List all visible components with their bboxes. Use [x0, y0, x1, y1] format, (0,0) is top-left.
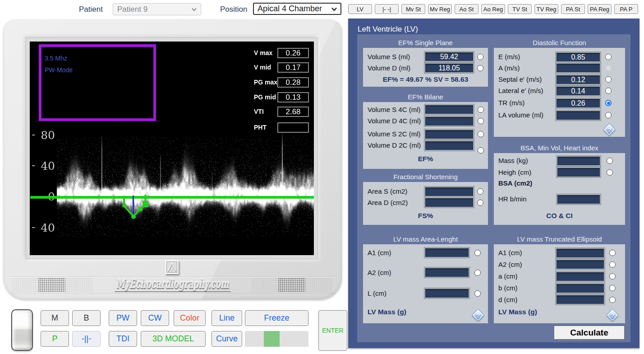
valve-button-mv-reg[interactable]: Mv Reg	[428, 4, 452, 14]
patient-select[interactable]: Patient 9	[113, 3, 201, 15]
control-button-p[interactable]: P	[41, 331, 69, 347]
valve-button-ao-st[interactable]: Ao St	[455, 4, 478, 14]
section-header-trunc: LV mass Truncated Ellipsoid	[494, 235, 625, 243]
valve-button-calipers[interactable]: |- -|	[375, 4, 399, 14]
valve-button-pa-p[interactable]: PA P	[614, 4, 638, 14]
radio-a2-cm-[interactable]	[609, 261, 616, 268]
value-input-d-cm-[interactable]	[556, 294, 605, 305]
trace-point	[123, 204, 126, 207]
ultrasound-monitor: 3.5 Mhz PW-Mode V max0.26V mid0.17PG max…	[4, 19, 342, 299]
value-input-volume-d-4c-ml-[interactable]	[424, 116, 474, 126]
help-icon[interactable]: ?	[606, 309, 619, 321]
left-ventricle-panel: Left Ventricle (LV) Calculate EF% Single…	[348, 19, 639, 348]
vti-trace-outline	[124, 195, 146, 216]
value-input-volume-s-ml-[interactable]: 59.42	[424, 51, 474, 62]
control-button-curve[interactable]: Curve	[212, 331, 242, 347]
radio-area-s-cm2-[interactable]	[477, 188, 483, 195]
value-input-lateral-e-m-s-[interactable]: 0.14	[556, 86, 601, 96]
field-label: TR (m/s)	[498, 99, 524, 107]
control-button-tdi[interactable]: TDI	[109, 331, 137, 347]
value-input-l-cm-[interactable]	[424, 288, 469, 298]
value-input-volume-d-ml-[interactable]: 118.05	[424, 63, 474, 73]
gel-bottle[interactable]	[11, 309, 33, 351]
help-icon[interactable]: ?	[603, 123, 616, 136]
help-icon[interactable]: ?	[472, 309, 484, 321]
control-button-freeze[interactable]: Freeze	[245, 310, 308, 326]
field-label: Septal e' (m/s)	[498, 75, 542, 83]
trace-point	[143, 201, 148, 207]
radio-volume-s-2c-ml-[interactable]	[478, 131, 484, 137]
radio-a1-cm-[interactable]	[474, 250, 481, 256]
field-label: Mass (kg)	[498, 157, 528, 164]
calculate-button[interactable]: Calculate	[554, 326, 625, 340]
control-button-color[interactable]: Color	[174, 310, 206, 326]
value-input-tr-m-s-[interactable]: 0.26	[556, 98, 601, 108]
control-button-line[interactable]: Line	[212, 310, 242, 326]
radio-a-m-s-[interactable]	[605, 65, 612, 71]
valve-button-lv[interactable]: LV	[348, 4, 372, 14]
valve-button-tv-reg[interactable]: TV Reg	[534, 4, 558, 14]
radio-mass-kg-[interactable]	[607, 158, 613, 164]
radio-l-cm-[interactable]	[474, 290, 481, 297]
radio-e-m-s-[interactable]	[605, 54, 612, 60]
value-input-volume-s-2c-ml-[interactable]	[424, 129, 474, 140]
valve-button-tv-st[interactable]: TV St	[508, 4, 532, 14]
field-label: E (m/s)	[498, 53, 520, 61]
radio-b-cm-[interactable]	[609, 285, 616, 291]
value-input-a2-cm-[interactable]	[424, 267, 469, 278]
value-input-a1-cm-[interactable]	[556, 248, 605, 258]
radio-tr-m-s-[interactable]	[605, 100, 612, 106]
radio-septal-e-m-s-[interactable]	[605, 76, 612, 83]
ultrasound-screen[interactable]: 3.5 Mhz PW-Mode V max0.26V mid0.17PG max…	[30, 42, 314, 255]
value-input-area-d-cm2-[interactable]	[424, 197, 474, 208]
radio-volume-s-ml-[interactable]	[477, 54, 483, 60]
value-input-a-cm-[interactable]	[556, 271, 605, 282]
valve-button-pa-reg[interactable]: PA Reg	[588, 4, 612, 14]
value-input-area-s-cm2-[interactable]	[424, 186, 474, 197]
control-button-cw[interactable]: CW	[141, 310, 169, 326]
radio-a1-cm-[interactable]	[609, 250, 616, 256]
section-header-bilane: EF% Bilane	[363, 93, 488, 101]
radio-heigh-cm-[interactable]	[607, 169, 613, 176]
control-button-enter[interactable]: ENTER	[318, 310, 347, 351]
control-button--[interactable]: -||-	[72, 331, 101, 347]
radio-a-cm-[interactable]	[609, 273, 616, 279]
field-label: Volume D 4C (ml)	[368, 117, 421, 125]
value-input-e-m-s-[interactable]: 0.85	[556, 52, 601, 62]
control-button-m[interactable]: M	[41, 310, 69, 326]
value-input-a1-cm-[interactable]	[424, 247, 469, 258]
field-label: Area D (cm2)	[368, 199, 408, 206]
radio-area-d-cm2-[interactable]	[477, 200, 483, 206]
value-input-b-cm-[interactable]	[556, 283, 605, 293]
radio-volume-d-2c-ml-[interactable]	[478, 147, 484, 154]
value-input-mass-kg-[interactable]	[557, 156, 601, 166]
control-button-pw[interactable]: PW	[109, 310, 137, 326]
radio-d-cm-[interactable]	[609, 297, 616, 303]
value-input-a-m-s-[interactable]	[556, 63, 601, 73]
value-input-hr-b-min[interactable]	[557, 194, 601, 205]
gain-slider-handle[interactable]	[264, 331, 280, 347]
control-button-3d-model[interactable]: 3D MODEL	[141, 331, 206, 347]
radio-volume-d-ml-[interactable]	[477, 65, 483, 71]
valve-button-pa-st[interactable]: PA St	[561, 4, 585, 14]
radio-volume-s-4c-ml-[interactable]	[478, 107, 484, 113]
value-input-la-volume-ml-[interactable]	[556, 110, 601, 121]
radio-a2-cm-[interactable]	[474, 270, 481, 276]
field-label: A2 (cm)	[498, 261, 522, 268]
control-button-b[interactable]: B	[72, 310, 101, 326]
field-label: d (cm)	[498, 296, 518, 303]
value-input-a2-cm-[interactable]	[556, 259, 605, 270]
radio-la-volume-ml-[interactable]	[605, 112, 612, 118]
position-select[interactable]: Apical 4 Chamber	[253, 3, 341, 15]
value-input-volume-d-2c-ml-[interactable]	[424, 140, 474, 151]
valve-button-mv-st[interactable]: Mv St	[401, 4, 425, 14]
valve-button-ao-reg[interactable]: Ao Reg	[481, 4, 505, 14]
radio-volume-d-4c-ml-[interactable]	[478, 118, 484, 124]
value-input-heigh-cm-[interactable]	[557, 167, 601, 177]
radio-lateral-e-m-s-[interactable]	[605, 88, 612, 94]
value-input-volume-s-4c-ml-[interactable]	[424, 104, 474, 115]
value-input-septal-e-m-s-[interactable]: 0.12	[556, 75, 601, 85]
echocardiography-simulator: Patient Patient 9 Position Apical 4 Cham…	[0, 0, 644, 354]
field-label: Volume D 2C (ml)	[368, 141, 421, 149]
gain-slider-track[interactable]	[245, 331, 308, 347]
